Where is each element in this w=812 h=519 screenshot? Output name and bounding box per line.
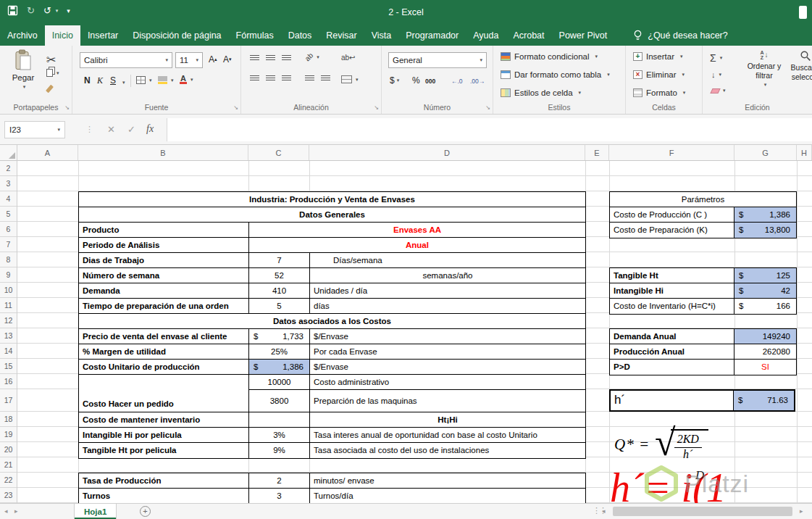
cell-b5-section[interactable]: Datos Generales	[79, 207, 585, 223]
cell-styles-button[interactable]: Estilos de celda ▾	[501, 88, 581, 97]
cell-g5[interactable]: $ 1,386	[734, 207, 796, 223]
format-as-table-button[interactable]: Dar formato como tabla ▾	[501, 70, 610, 79]
paste-button[interactable]: Pegar ▾	[6, 49, 41, 90]
col-header-c[interactable]: C	[248, 145, 309, 160]
cell-g14[interactable]: 262080	[734, 344, 796, 360]
row-header[interactable]: 4	[0, 191, 17, 207]
row-header[interactable]: 19	[0, 427, 17, 442]
orientation-button[interactable]: ab▾	[305, 53, 319, 61]
cell-f5[interactable]: Costo de Producción (C )	[610, 207, 734, 223]
tab-disposicion[interactable]: Disposición de página	[125, 25, 228, 46]
cell-b23[interactable]: Turnos	[79, 489, 249, 503]
cell-g11[interactable]: $ 166	[734, 299, 796, 314]
name-box-caret-icon[interactable]: ▾	[57, 127, 60, 133]
row-header[interactable]: 20	[0, 442, 17, 457]
cell-d23[interactable]: Turnos/día	[310, 489, 585, 503]
accounting-format-button[interactable]: $▾	[390, 75, 399, 86]
bold-button[interactable]: N	[84, 75, 91, 86]
cell-c16[interactable]: 10000	[249, 375, 310, 390]
cell-c10[interactable]: 410	[249, 283, 310, 299]
cell-c18-empty[interactable]	[249, 412, 310, 428]
cell-g13[interactable]: 149240	[734, 329, 796, 344]
row-header[interactable]: 17	[0, 389, 17, 412]
col-header-e[interactable]: E	[585, 145, 609, 160]
cell-f4-title[interactable]: Parámetros	[610, 192, 796, 207]
formula-input[interactable]	[167, 118, 812, 141]
cell-b22[interactable]: Tasa de Producción	[79, 473, 249, 489]
conditional-formatting-button[interactable]: Formato condicional ▾	[501, 52, 598, 61]
tab-archivo[interactable]: Archivo	[0, 25, 45, 46]
row-header[interactable]: 2	[0, 161, 17, 176]
tab-datos[interactable]: Datos	[281, 25, 319, 46]
cell-c14[interactable]: 25%	[249, 344, 310, 360]
tab-formulas[interactable]: Fórmulas	[229, 25, 281, 46]
row-header[interactable]: 22	[0, 473, 17, 488]
cell-c6[interactable]: Envases AA	[249, 223, 585, 238]
cell-f9[interactable]: Tangible Ht	[610, 268, 734, 283]
cell-b8[interactable]: Dias de Trabajo	[79, 253, 249, 268]
col-header-d[interactable]: D	[309, 145, 585, 160]
cell-g6[interactable]: $ 13,800	[734, 223, 796, 238]
align-center-button[interactable]	[266, 75, 275, 82]
cell-d13[interactable]: $/Envase	[310, 329, 585, 344]
cell-b11[interactable]: Tiempo de preparación de una orden	[79, 299, 249, 314]
fill-color-button[interactable]: ▾	[158, 76, 174, 84]
cell-b15[interactable]: Costo Unitario de producción	[79, 360, 249, 375]
cell-b12-section[interactable]: Datos asociados a los Costos	[79, 314, 585, 329]
increase-indent-button[interactable]	[321, 75, 330, 82]
tab-revisar[interactable]: Revisar	[319, 25, 364, 46]
cell-b6[interactable]: Producto	[79, 223, 249, 238]
row-header[interactable]: 16	[0, 374, 17, 389]
select-all-corner[interactable]	[0, 145, 17, 161]
cell-f10[interactable]: Intangible Hi	[610, 283, 734, 299]
autosum-button[interactable]: Σ▾	[710, 52, 722, 64]
dialog-launcher-icon[interactable]: ↘	[374, 105, 379, 111]
row-header[interactable]: 7	[0, 237, 17, 252]
comma-style-button[interactable]: 000	[425, 78, 435, 85]
align-bottom-button[interactable]	[282, 55, 291, 62]
row-header[interactable]: 9	[0, 267, 17, 283]
font-color-button[interactable]: A▾	[180, 75, 193, 84]
number-format-combo[interactable]: General▾	[388, 52, 487, 68]
row-header[interactable]: 15	[0, 359, 17, 374]
col-header-f[interactable]: F	[609, 145, 734, 160]
row-header[interactable]: 8	[0, 252, 17, 267]
col-header-b[interactable]: B	[78, 145, 248, 160]
cell-d11[interactable]: días	[310, 299, 585, 314]
cell-d20[interactable]: Tasa asociada al costo del uso de instal…	[310, 443, 585, 458]
cell-f11[interactable]: Costo de Inventario (H=C*i)	[610, 299, 734, 314]
cell-d8[interactable]: Días/semana	[310, 253, 585, 268]
row-header[interactable]: 11	[0, 298, 17, 313]
percent-style-button[interactable]: %	[412, 75, 420, 86]
next-sheet-icon[interactable]: ▸	[14, 507, 18, 515]
align-right-button[interactable]	[282, 75, 291, 82]
cell-b4-title[interactable]: Industria: Producción y Venta de Envases	[79, 192, 585, 207]
fill-button[interactable]: ↓▾	[711, 70, 721, 79]
tab-vista[interactable]: Vista	[364, 25, 399, 46]
tab-acrobat[interactable]: Acrobat	[506, 25, 551, 46]
scroll-left-icon[interactable]: ◂	[602, 507, 606, 515]
borders-button[interactable]: ▾	[136, 76, 152, 84]
underline-button[interactable]: S	[110, 75, 116, 86]
tab-power-pivot[interactable]: Power Pivot	[552, 25, 615, 46]
worksheet-grid[interactable]: Industria: Producción y Venta de Envases…	[17, 161, 812, 503]
cut-button[interactable]: ✂	[46, 53, 56, 67]
cell-d19[interactable]: Tasa interes anual de oportunidad con ba…	[310, 428, 585, 443]
cell-d17[interactable]: Preparción de las maquinas	[310, 390, 585, 412]
cell-c22[interactable]: 2	[249, 473, 310, 489]
cell-b19[interactable]: Intangible Hi por pelicula	[79, 428, 249, 443]
merge-center-button[interactable]: ▾	[341, 75, 359, 83]
cell-f14[interactable]: Producción Anual	[610, 344, 734, 360]
font-size-combo[interactable]: 11▾	[175, 52, 203, 68]
align-left-button[interactable]	[250, 75, 259, 82]
row-header[interactable]: 21	[0, 457, 17, 473]
name-box-splitter[interactable]: ⋮	[85, 125, 93, 134]
cell-b9[interactable]: Número de semana	[79, 268, 249, 283]
cell-g10[interactable]: $ 42	[734, 283, 796, 299]
sheet-tab-hoja1[interactable]: Hoja1	[74, 504, 117, 519]
row-header[interactable]: 14	[0, 344, 17, 359]
cell-d14[interactable]: Por cada Envase	[310, 344, 585, 360]
cell-c20[interactable]: 9%	[249, 443, 310, 458]
horizontal-scrollbar-thumb[interactable]	[613, 507, 792, 516]
row-header[interactable]: 3	[0, 176, 17, 191]
